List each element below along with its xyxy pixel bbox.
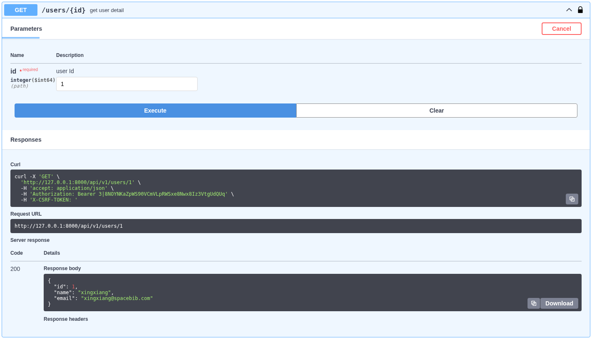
- required-label: required: [22, 67, 38, 72]
- col-header-code: Code: [10, 245, 44, 261]
- col-header-details: Details: [44, 245, 582, 261]
- param-input-id[interactable]: [56, 77, 198, 91]
- curl-code-block: curl -X 'GET' \ 'http://127.0.0.1:8000/a…: [10, 170, 582, 207]
- operation-block: GET /users/{id} get user detail Paramete…: [2, 2, 590, 337]
- execute-button[interactable]: Execute: [15, 103, 296, 118]
- param-in: (path): [10, 83, 56, 89]
- copy-response-button[interactable]: [528, 298, 540, 309]
- cancel-button[interactable]: Cancel: [542, 22, 582, 35]
- chevron-up-icon[interactable]: [565, 6, 573, 14]
- parameters-header: Parameters Cancel: [2, 18, 590, 39]
- param-type: integer: [10, 77, 32, 83]
- param-description: user Id: [56, 68, 582, 74]
- col-header-name: Name: [10, 47, 56, 64]
- operation-summary-row[interactable]: GET /users/{id} get user detail: [2, 2, 590, 18]
- tab-parameters[interactable]: Parameters: [10, 25, 59, 32]
- parameter-row: id *required integer($int64) (path) user…: [10, 64, 582, 96]
- responses-container: Curl curl -X 'GET' \ 'http://127.0.0.1:8…: [2, 149, 590, 337]
- copy-curl-button[interactable]: [566, 194, 578, 204]
- param-format: ($int64): [32, 77, 56, 83]
- response-body-block: { "id": 1, "name": "xingxiang", "email":…: [44, 274, 582, 311]
- endpoint-description: get user detail: [90, 7, 565, 13]
- response-code: 200: [10, 261, 44, 329]
- response-row: 200 Response body { "id": 1, "name": "xi…: [10, 261, 582, 329]
- param-name: id: [10, 68, 16, 75]
- http-method-badge: GET: [4, 4, 37, 16]
- request-url-label: Request URL: [10, 211, 582, 217]
- request-url-block: http://127.0.0.1:8000/api/v1/users/1: [10, 219, 582, 233]
- svg-rect-0: [578, 9, 582, 13]
- response-body-label: Response body: [44, 266, 582, 271]
- server-response-label: Server response: [10, 237, 582, 243]
- clear-button[interactable]: Clear: [296, 103, 578, 118]
- curl-label: Curl: [10, 162, 582, 167]
- lock-icon[interactable]: [577, 6, 584, 14]
- parameters-container: Name Description id *required integer($i…: [2, 39, 590, 130]
- endpoint-path: /users/{id}: [37, 6, 90, 14]
- responses-header: Responses: [2, 130, 590, 149]
- response-headers-label: Response headers: [44, 316, 582, 322]
- col-header-description: Description: [56, 47, 582, 64]
- download-button[interactable]: Download: [540, 298, 578, 309]
